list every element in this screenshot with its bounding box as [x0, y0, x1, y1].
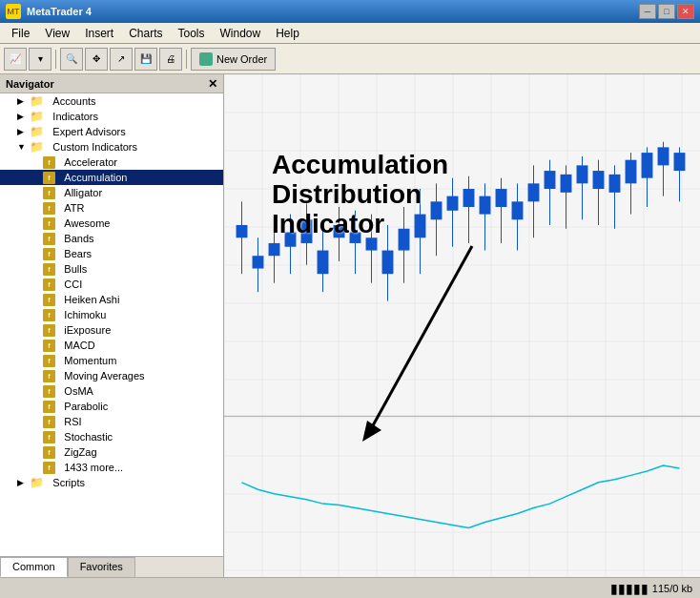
toolbar-separator-2 [186, 50, 187, 69]
tree-item-atr[interactable]: f ATR [0, 200, 223, 216]
expand-icon: ▶ [17, 127, 27, 136]
ci-icon: f [43, 340, 55, 352]
menu-help[interactable]: Help [268, 25, 307, 42]
tree-item-rsi[interactable]: f RSI [0, 414, 223, 429]
navigator-tabs: Common Favorites [0, 556, 223, 577]
ci-icon: f [43, 309, 55, 321]
navigator-close[interactable]: ✕ [208, 77, 217, 91]
tree-label: OsMA [64, 385, 93, 397]
tree-item-scripts[interactable]: ▶📁 Scripts [0, 475, 223, 490]
ci-icon: f [43, 172, 55, 184]
toolbar-dropdown[interactable]: ▾ [29, 48, 51, 71]
menu-insert[interactable]: Insert [77, 25, 121, 42]
tree-item-iexposure[interactable]: f iExposure [0, 322, 223, 338]
tree-label: Accounts [52, 95, 95, 107]
tree-label: Custom Indicators [52, 141, 137, 153]
expand-icon: ▶ [17, 96, 27, 106]
tab-common[interactable]: Common [0, 557, 68, 577]
menu-charts[interactable]: Charts [121, 25, 170, 42]
menu-tools[interactable]: Tools [171, 25, 213, 42]
tree-label: Stochastic [64, 431, 113, 443]
tree-item-awesome[interactable]: f Awesome [0, 216, 223, 231]
tree-item-more[interactable]: f 1433 more... [0, 460, 223, 475]
navigator-panel: Navigator ✕ ▶📁 Accounts▶📁 Indicators▶📁 E… [0, 74, 224, 577]
folder-icon: 📁 [30, 476, 44, 489]
title-bar: MT MetaTrader 4 ─ □ ✕ [0, 0, 700, 23]
folder-icon: 📁 [30, 140, 44, 154]
new-order-button[interactable]: New Order [191, 48, 276, 71]
toolbar-zoom-in[interactable]: 🔍 [60, 48, 83, 71]
ci-icon: f [43, 431, 55, 443]
tree-label: Expert Advisors [52, 126, 125, 137]
tree-label: Indicators [52, 111, 98, 122]
tree-label: iExposure [64, 324, 111, 336]
tree-label: Accumulation [64, 172, 127, 183]
new-order-icon [199, 52, 213, 66]
folder-icon: 📁 [30, 110, 44, 123]
tree-label: Moving Averages [64, 370, 144, 381]
tree-item-accelerator[interactable]: f Accelerator [0, 155, 223, 170]
tree-label: Parabolic [64, 401, 108, 412]
minimize-button[interactable]: ─ [639, 4, 656, 19]
close-button[interactable]: ✕ [677, 4, 694, 19]
tree-item-bears[interactable]: f Bears [0, 246, 223, 261]
expand-icon: ▶ [17, 112, 27, 121]
memory-value: 115/0 kb [652, 583, 692, 594]
ci-icon: f [43, 446, 55, 459]
tree-label: Ichimoku [64, 309, 106, 320]
toolbar-move[interactable]: ✥ [85, 48, 108, 71]
tab-favorites[interactable]: Favorites [68, 557, 135, 577]
tree-item-osma[interactable]: f OsMA [0, 383, 223, 399]
nav-tree[interactable]: ▶📁 Accounts▶📁 Indicators▶📁 Expert Adviso… [0, 93, 223, 556]
tree-item-stochastic[interactable]: f Stochastic [0, 429, 223, 444]
tree-item-bulls[interactable]: f Bulls [0, 261, 223, 277]
tree-label: RSI [64, 416, 81, 427]
tree-item-ichimoku[interactable]: f Ichimoku [0, 307, 223, 322]
chart-area[interactable]: Accumulation Distribution Indicator [224, 74, 700, 577]
tree-label: Awesome [64, 217, 110, 229]
ci-icon: f [43, 263, 55, 276]
menu-window[interactable]: Window [213, 25, 269, 42]
menu-file[interactable]: File [4, 25, 37, 42]
folder-icon: 📁 [30, 94, 44, 108]
tree-item-accumulation[interactable]: f Accumulation [0, 170, 223, 185]
tree-label: CCI [64, 278, 82, 290]
tree-item-expert-advisors[interactable]: ▶📁 Expert Advisors [0, 124, 223, 139]
tree-label: Bands [64, 233, 93, 244]
tree-item-accounts[interactable]: ▶📁 Accounts [0, 93, 223, 109]
tree-item-parabolic[interactable]: f Parabolic [0, 399, 223, 414]
tree-item-momentum[interactable]: f Momentum [0, 353, 223, 368]
toolbar-save[interactable]: 💾 [134, 48, 157, 71]
ci-icon: f [43, 324, 55, 337]
tree-item-alligator[interactable]: f Alligator [0, 185, 223, 200]
ci-icon: f [43, 294, 55, 306]
tree-item-zigzag[interactable]: f ZigZag [0, 444, 223, 460]
tree-label: Scripts [52, 477, 85, 488]
ci-icon: f [43, 187, 55, 199]
ci-icon: f [43, 385, 55, 398]
tree-item-bands[interactable]: f Bands [0, 231, 223, 246]
tree-label: MACD [64, 340, 94, 351]
app-icon: MT [6, 4, 21, 19]
ci-icon: f [43, 401, 55, 413]
tree-item-moving-averages[interactable]: f Moving Averages [0, 368, 223, 383]
status-bar: ▮▮▮▮▮ 115/0 kb [0, 577, 700, 598]
main-area: Navigator ✕ ▶📁 Accounts▶📁 Indicators▶📁 E… [0, 74, 700, 577]
navigator-header: Navigator ✕ [0, 74, 223, 93]
tree-label: ZigZag [64, 446, 96, 458]
tree-label: Alligator [64, 187, 102, 198]
toolbar-zoom-out[interactable]: ↗ [110, 48, 133, 71]
tree-item-heiken-ashi[interactable]: f Heiken Ashi [0, 292, 223, 307]
tree-item-custom-indicators[interactable]: ▼📁 Custom Indicators [0, 139, 223, 155]
tree-item-indicators[interactable]: ▶📁 Indicators [0, 109, 223, 124]
toolbar-print[interactable]: 🖨 [159, 48, 182, 71]
maximize-button[interactable]: □ [658, 4, 675, 19]
ci-icon: f [43, 156, 55, 169]
tree-item-cci[interactable]: f CCI [0, 277, 223, 292]
toolbar-new-chart[interactable]: 📈 [4, 48, 27, 71]
tree-label: Bulls [64, 263, 87, 275]
tree-item-macd[interactable]: f MACD [0, 338, 223, 353]
tree-label: 1433 more... [64, 462, 123, 473]
folder-icon: 📁 [30, 125, 44, 138]
menu-view[interactable]: View [37, 25, 77, 42]
